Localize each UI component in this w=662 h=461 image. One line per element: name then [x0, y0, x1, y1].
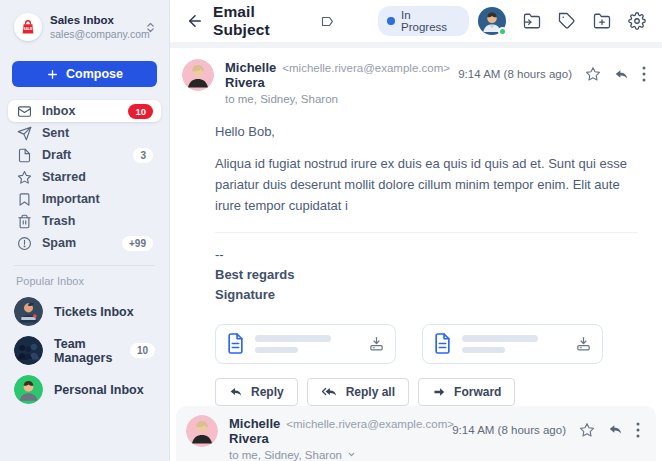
timestamp: 9:14 AM (8 hours ago) — [458, 68, 572, 80]
email-header-collapsed[interactable]: Michelle Rivera <michelle.rivera@example… — [176, 406, 656, 461]
status-dot-icon — [387, 17, 395, 25]
timestamp: 9:14 AM (8 hours ago) — [452, 424, 566, 436]
topbar-actions — [478, 7, 646, 35]
forward-arrow-icon — [432, 385, 446, 399]
recipients-text: to me, Sidney, Sharon — [229, 449, 342, 461]
signature-line: Best regards — [215, 265, 638, 285]
back-icon[interactable] — [186, 12, 204, 30]
bookmark-icon — [16, 192, 32, 207]
attachment-card[interactable] — [215, 324, 396, 364]
signature-line: Signature — [215, 285, 638, 305]
sender-email: <michelle.rivera@example.com> — [286, 418, 454, 430]
compose-button[interactable]: Compose — [12, 61, 157, 87]
sidebar-item-spam[interactable]: Spam +99 — [8, 232, 161, 254]
sidebar-item-label: Starred — [42, 170, 153, 184]
chevron-down-icon[interactable] — [347, 450, 356, 459]
recipients[interactable]: to me, Sidney, Sharon — [225, 93, 447, 105]
inbox-icon — [16, 104, 32, 119]
popular-inbox-list: Tickets Inbox Team Managers 10 Personal … — [0, 294, 169, 407]
folder-nav: Inbox 10 Sent Draft 3 Starred Important — [0, 100, 169, 254]
compose-label: Compose — [66, 67, 123, 81]
download-icon[interactable] — [368, 335, 385, 352]
document-icon — [433, 332, 452, 355]
label-tag-icon[interactable] — [320, 14, 335, 29]
count-badge: +99 — [122, 236, 153, 251]
status-label: In Progress — [401, 9, 457, 33]
sender-info: Michelle Rivera <michelle.rivera@example… — [229, 415, 441, 461]
sidebar: SALE Sales Inbox sales@company.com Compo… — [0, 0, 170, 461]
more-options-icon[interactable] — [636, 422, 640, 438]
reply-all-button[interactable]: Reply all — [307, 378, 409, 406]
download-icon[interactable] — [575, 335, 592, 352]
reply-arrow-icon — [229, 385, 243, 399]
body-paragraph: Aliqua id fugiat nostrud irure ex duis e… — [215, 153, 638, 216]
app: SALE Sales Inbox sales@company.com Compo… — [0, 0, 662, 461]
count-badge: 10 — [130, 343, 155, 358]
email-header-expanded[interactable]: Michelle Rivera <michelle.rivera@example… — [170, 48, 662, 111]
account-info: Sales Inbox sales@company.com — [50, 14, 136, 40]
recipients[interactable]: to me, Sidney, Sharon — [229, 449, 441, 461]
star-icon[interactable] — [579, 422, 595, 438]
attachment-list — [215, 324, 638, 364]
email-header-actions: 9:14 AM (8 hours ago) — [452, 415, 640, 438]
status-badge[interactable]: In Progress — [378, 6, 469, 36]
popular-inbox-label: Popular Inbox — [0, 275, 169, 294]
user-avatar[interactable] — [478, 7, 506, 35]
reply-button[interactable]: Reply — [215, 378, 298, 406]
attachment-placeholder-text — [462, 335, 565, 353]
more-options-icon[interactable] — [642, 66, 646, 82]
sidebar-item-personal-inbox[interactable]: Personal Inbox — [0, 372, 169, 407]
sidebar-item-tickets-inbox[interactable]: Tickets Inbox — [0, 294, 169, 329]
forward-label: Forward — [454, 385, 501, 399]
popular-item-label: Team Managers — [54, 337, 119, 365]
settings-gear-icon[interactable] — [628, 12, 646, 30]
forward-button[interactable]: Forward — [418, 378, 515, 406]
popular-item-label: Personal Inbox — [54, 383, 155, 397]
sidebar-item-label: Sent — [42, 126, 153, 140]
signature-divider — [215, 232, 638, 233]
brand-logo-icon: SALE — [14, 13, 42, 41]
add-folder-icon[interactable] — [593, 12, 611, 30]
email-header-actions: 9:14 AM (8 hours ago) — [458, 59, 646, 82]
sidebar-item-label: Important — [42, 192, 153, 206]
star-icon[interactable] — [585, 66, 601, 82]
account-switcher[interactable]: SALE Sales Inbox sales@company.com — [0, 0, 169, 51]
tag-icon[interactable] — [558, 12, 576, 30]
reply-icon[interactable] — [614, 67, 629, 82]
sidebar-item-draft[interactable]: Draft 3 — [8, 144, 161, 166]
sidebar-item-label: Draft — [42, 148, 123, 162]
sender-name: Michelle Rivera — [225, 60, 276, 90]
signature-block: -- Best regards Signature — [215, 245, 638, 305]
move-to-folder-icon[interactable] — [523, 12, 541, 30]
send-icon — [16, 126, 32, 141]
popular-item-label: Tickets Inbox — [54, 305, 155, 319]
reply-all-label: Reply all — [346, 385, 395, 399]
count-badge: 3 — [133, 148, 153, 163]
account-email: sales@company.com — [50, 28, 136, 40]
account-name: Sales Inbox — [50, 14, 136, 26]
sidebar-item-important[interactable]: Important — [8, 188, 161, 210]
sidebar-item-starred[interactable]: Starred — [8, 166, 161, 188]
sidebar-item-sent[interactable]: Sent — [8, 122, 161, 144]
signature-dashes: -- — [215, 245, 638, 265]
online-status-icon — [498, 27, 507, 36]
sidebar-item-trash[interactable]: Trash — [8, 210, 161, 232]
sidebar-item-team-managers[interactable]: Team Managers 10 — [0, 333, 169, 368]
spam-icon — [16, 236, 32, 251]
reply-actions: Reply Reply all Forward — [215, 378, 662, 406]
email-body: Hello Bob, Aliqua id fugiat nostrud irur… — [170, 111, 662, 306]
attachment-card[interactable] — [422, 324, 603, 364]
plus-icon — [46, 68, 59, 81]
chevron-updown-icon[interactable] — [144, 21, 157, 34]
draft-icon — [16, 148, 32, 163]
sender-avatar — [186, 415, 218, 447]
sender-avatar — [182, 59, 214, 91]
sidebar-item-inbox[interactable]: Inbox 10 — [8, 100, 161, 122]
main-panel: Email Subject In Progress — [170, 0, 662, 461]
document-icon — [226, 332, 245, 355]
star-icon — [16, 170, 32, 185]
reply-icon[interactable] — [608, 422, 623, 437]
reply-all-arrow-icon — [321, 385, 338, 399]
sender-email: <michelle.rivera@example.com> — [282, 62, 450, 74]
tickets-inbox-avatar — [14, 297, 43, 326]
